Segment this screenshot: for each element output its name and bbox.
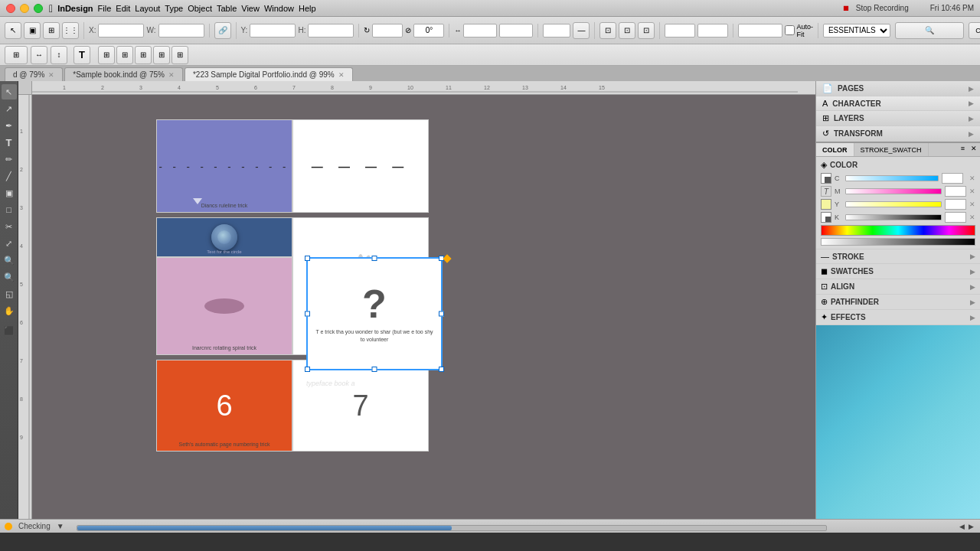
menu-edit[interactable]: Edit — [116, 4, 130, 13]
handle-tm[interactable] — [372, 256, 377, 261]
scroll-left-btn[interactable]: ◀ — [959, 523, 965, 530]
align-center-btn[interactable]: ⊡ — [619, 22, 635, 39]
panel-collapse-btn[interactable]: ✕ — [968, 143, 980, 156]
status-dropdown[interactable]: ▼ — [57, 522, 64, 530]
zoom-tool[interactable]: 🔍 — [2, 269, 17, 285]
k-slider[interactable] — [845, 214, 942, 220]
color-section-header[interactable]: ◈ COLOR — [821, 160, 975, 170]
rotation-input[interactable]: 0° — [372, 24, 403, 37]
panel-options-btn[interactable]: ≡ — [958, 143, 968, 156]
arrange-btn4[interactable]: ⊞ — [153, 46, 170, 64]
tab-close-2[interactable]: ✕ — [168, 71, 175, 79]
fill-swatch-c[interactable] — [821, 173, 831, 184]
handle-br[interactable] — [439, 367, 444, 372]
menu-indesign[interactable]: InDesign — [57, 4, 93, 13]
transform-point-btn[interactable]: ⊞ — [5, 46, 28, 64]
view-btn[interactable]: ⊞ — [43, 22, 60, 39]
gradient-tool[interactable]: ◱ — [2, 286, 17, 302]
direct-select-tool[interactable]: ↗ — [2, 101, 17, 116]
h-input[interactable]: 2.225 in — [308, 24, 354, 37]
cs-live-btn[interactable]: CS Live — [969, 22, 980, 39]
free-transform-tool[interactable]: ⤢ — [2, 236, 17, 251]
zoom2-input[interactable]: 100% — [697, 24, 728, 37]
align-section-header[interactable]: ⊡ ALIGN ▶ — [821, 282, 975, 292]
hand-tool[interactable]: ✋ — [2, 303, 17, 318]
menu-help[interactable]: Help — [299, 4, 316, 13]
shear-input[interactable] — [413, 24, 444, 37]
flip-v-btn[interactable]: ↕ — [51, 46, 67, 64]
fill-stroke-swap[interactable]: ⬛ — [2, 323, 17, 338]
transform-panel-item[interactable]: ↺ TRANSFORM ▶ — [816, 126, 980, 142]
stroke-opts-btn[interactable]: — — [573, 22, 590, 39]
c-value-input[interactable] — [942, 173, 963, 184]
flip-h-btn[interactable]: ↔ — [31, 46, 47, 64]
bw-gradient-swatch[interactable] — [821, 238, 975, 246]
type-tool[interactable]: T — [2, 135, 17, 150]
k-x-btn[interactable]: ✕ — [969, 214, 975, 221]
window-controls[interactable] — [6, 4, 43, 13]
search-btn[interactable]: 🔍 — [895, 22, 964, 39]
handle-mr[interactable] — [439, 311, 444, 317]
constrain-btn[interactable]: 🔗 — [214, 22, 231, 39]
c-x-btn[interactable]: ✕ — [969, 174, 975, 182]
scale-x-input[interactable]: 100% — [463, 24, 497, 37]
effects-section-header[interactable]: ✦ EFFECTS ▶ — [821, 312, 975, 322]
y-x-btn[interactable]: ✕ — [969, 201, 975, 208]
color-tab[interactable]: COLOR — [816, 143, 854, 156]
color-spectrum[interactable] — [821, 225, 975, 236]
pathfinder-section-header[interactable]: ⊕ PATHFINDER ▶ — [821, 297, 975, 307]
y-input[interactable]: 5.1 in — [250, 24, 296, 37]
essentials-dropdown[interactable]: ESSENTIALS — [823, 24, 890, 37]
menu-table[interactable]: Table — [217, 4, 237, 13]
k-value-input[interactable] — [945, 212, 966, 223]
handle-bl[interactable] — [305, 367, 310, 372]
y-value-input[interactable] — [945, 199, 966, 210]
menu-window[interactable]: Window — [264, 4, 294, 13]
tab-doc1[interactable]: d @ 79% ✕ — [5, 67, 63, 81]
stroke-section-header[interactable]: — STROKE ▶ — [821, 252, 975, 261]
tab-close-1[interactable]: ✕ — [48, 71, 54, 79]
align-left-btn[interactable]: ⊡ — [599, 22, 616, 39]
character-panel-item[interactable]: A CHARACTER ▶ — [816, 96, 980, 111]
grid-btn[interactable]: ⋮⋮ — [62, 22, 79, 39]
value-input[interactable]: 0.1667 in — [738, 24, 782, 37]
handle-diamond[interactable] — [443, 254, 451, 262]
menu-view[interactable]: View — [241, 4, 260, 13]
menu-layout[interactable]: Layout — [135, 4, 160, 13]
mode-btn[interactable]: ▣ — [24, 22, 41, 39]
type-tool-btn[interactable]: T — [74, 46, 90, 64]
handle-tl[interactable] — [305, 256, 310, 261]
tab-doc2[interactable]: *Sample book.indd @ 75% ✕ — [64, 67, 183, 81]
rect-tool[interactable]: □ — [2, 202, 17, 217]
arrange-btn2[interactable]: ⊞ — [116, 46, 133, 64]
scroll-right-btn[interactable]: ▶ — [969, 523, 974, 530]
scissors-tool[interactable]: ✂ — [2, 219, 17, 234]
c-slider[interactable] — [845, 175, 939, 181]
arrange-btn5[interactable]: ⊞ — [172, 46, 188, 64]
fill-swatch-k[interactable] — [821, 212, 831, 223]
tab-doc3[interactable]: *223 Sample Digital Portfolio.indd @ 99%… — [185, 67, 353, 81]
pen-tool[interactable]: ✒ — [2, 118, 17, 133]
menu-object[interactable]: Object — [188, 4, 212, 13]
floating-question-box[interactable]: ? T e trick tha you wonder to shar (but … — [306, 257, 443, 370]
arrange-btn3[interactable]: ⊞ — [135, 46, 152, 64]
handle-ml[interactable] — [305, 311, 310, 317]
pencil-tool[interactable]: ✏ — [2, 152, 17, 167]
eyedropper-tool[interactable]: 🔍 — [2, 253, 17, 268]
arrange-btn1[interactable]: ⊞ — [98, 46, 115, 64]
auto-fit-checkbox[interactable] — [785, 25, 795, 35]
pages-panel-item[interactable]: 📄 PAGES ▶ — [816, 81, 980, 96]
selection-tool[interactable]: ↖ — [2, 84, 17, 99]
m-slider[interactable] — [845, 188, 942, 194]
m-value-input[interactable] — [945, 186, 966, 197]
scale-y-input[interactable]: 100% — [499, 24, 533, 37]
line-tool[interactable]: ╱ — [2, 168, 17, 184]
swatches-section-header[interactable]: ◼ SWATCHES ▶ — [821, 266, 975, 276]
rect-frame-tool[interactable]: ▣ — [2, 185, 17, 201]
layers-panel-item[interactable]: ⊞ LAYERS ▶ — [816, 111, 980, 126]
maximize-button[interactable] — [34, 4, 43, 13]
minimize-button[interactable] — [20, 4, 29, 13]
stroke-input[interactable]: 0 pt — [543, 24, 570, 37]
stroke-swatch-tab[interactable]: STROKE_SWATCH — [854, 143, 929, 156]
close-button[interactable] — [6, 4, 15, 13]
